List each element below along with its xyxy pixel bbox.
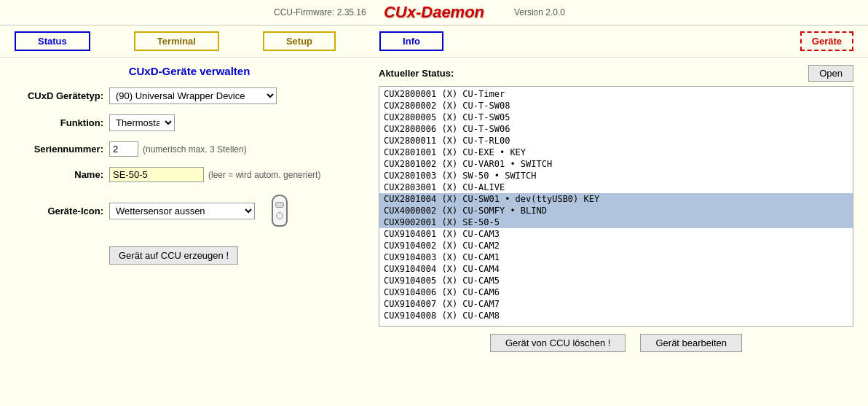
name-row: Name: (leer = wird autom. generiert) <box>15 167 364 182</box>
list-item[interactable]: CUX2800001 (X) CU-Timer <box>379 88 853 100</box>
list-item[interactable]: CUX9104001 (X) CU-CAM3 <box>379 228 853 240</box>
list-item[interactable]: CUX2800002 (X) CU-T-SW08 <box>379 100 853 112</box>
name-input[interactable] <box>109 167 204 182</box>
seriennummer-hint: (numerisch max. 3 Stellen) <box>143 144 247 155</box>
nav-left: Status Terminal Setup Info <box>15 31 443 51</box>
list-item[interactable]: CUX2801002 (X) CU-VAR01 • SWITCH <box>379 158 853 170</box>
main-content: CUxD-Geräte verwalten CUxD Gerätetyp: (9… <box>0 58 868 359</box>
edit-device-button[interactable]: Gerät bearbeiten <box>640 334 742 352</box>
list-item[interactable]: CUX9104008 (X) CU-CAM8 <box>379 310 853 321</box>
seriennummer-label: Seriennummer: <box>15 144 109 155</box>
nav-setup-button[interactable]: Setup <box>263 31 336 51</box>
right-header: Aktueller Status: Open <box>379 65 853 82</box>
nav-bar: Status Terminal Setup Info Geräte <box>0 26 868 58</box>
list-item[interactable]: CUX2801004 (X) CU-SW01 • dev(ttyUSB0) KE… <box>379 193 853 205</box>
aktueller-status-label: Aktueller Status: <box>379 68 454 79</box>
app-logo: CUx-Daemon <box>384 3 484 22</box>
device-list[interactable]: CUX2800001 (X) CU-TimerCUX2800002 (X) CU… <box>379 86 853 327</box>
erzeugen-row: Gerät auf CCU erzeugen ! <box>15 239 364 265</box>
list-item[interactable]: CUX2803001 (X) CU-ALIVE <box>379 181 853 193</box>
list-item[interactable]: CUX2801003 (X) SW-50 • SWITCH <box>379 170 853 181</box>
erzeugen-button[interactable]: Gerät auf CCU erzeugen ! <box>109 246 238 265</box>
delete-device-button[interactable]: Gerät von CCU löschen ! <box>490 334 626 352</box>
list-item[interactable]: CUX9104006 (X) CU-CAM6 <box>379 286 853 298</box>
seriennummer-input[interactable] <box>109 141 138 157</box>
seriennummer-row: Seriennummer: (numerisch max. 3 Stellen) <box>15 141 364 157</box>
device-icon-shape <box>272 195 288 227</box>
funktion-row: Funktion: ThermostatSwitchDimmerSensor <box>15 114 364 131</box>
icon-label: Geräte-Icon: <box>15 206 109 216</box>
nav-terminal-button[interactable]: Terminal <box>134 31 219 51</box>
nav-info-button[interactable]: Info <box>379 31 443 51</box>
list-item[interactable]: CUX2801001 (X) CU-EXE • KEY <box>379 147 853 158</box>
funktion-select[interactable]: ThermostatSwitchDimmerSensor <box>109 114 175 131</box>
list-item[interactable]: CUX9002001 (X) SE-50-5 <box>379 216 853 228</box>
list-item[interactable]: CUX9104004 (X) CU-CAM4 <box>379 263 853 275</box>
right-panel: Aktueller Status: Open CUX2800001 (X) CU… <box>379 65 853 352</box>
icon-select[interactable]: Wettersensor aussenHeizkörperLampeSteckd… <box>109 203 255 219</box>
list-item[interactable]: CUX9104002 (X) CU-CAM2 <box>379 240 853 251</box>
list-item[interactable]: CUX4000002 (X) CU-SOMFY • BLIND <box>379 205 853 216</box>
header: CCU-Firmware: 2.35.16 CUx-Daemon Version… <box>0 0 868 26</box>
name-hint: (leer = wird autom. generiert) <box>208 170 320 180</box>
version-label: Version 2.0.0 <box>514 7 565 17</box>
device-icon-preview <box>267 192 293 229</box>
firmware-label: CCU-Firmware: 2.35.16 <box>274 7 366 17</box>
funktion-label: Funktion: <box>15 117 109 128</box>
list-item[interactable]: CUX2800011 (X) CU-T-RL00 <box>379 135 853 147</box>
nav-status-button[interactable]: Status <box>15 31 90 51</box>
open-button[interactable]: Open <box>808 65 853 82</box>
icon-row: Geräte-Icon: Wettersensor aussenHeizkörp… <box>15 192 364 229</box>
nav-geraete-button[interactable]: Geräte <box>800 31 853 51</box>
list-item[interactable]: CUX9104005 (X) CU-CAM5 <box>379 275 853 286</box>
left-panel: CUxD-Geräte verwalten CUxD Gerätetyp: (9… <box>15 65 364 352</box>
list-item[interactable]: CUX9104003 (X) CU-CAM1 <box>379 251 853 263</box>
bottom-buttons: Gerät von CCU löschen ! Gerät bearbeiten <box>379 334 853 352</box>
geraetetyp-row: CUxD Gerätetyp: (90) Universal Wrapper D… <box>15 87 364 104</box>
page-title: CUxD-Geräte verwalten <box>15 65 364 77</box>
name-label: Name: <box>15 169 109 180</box>
geraetetyp-label: CUxD Gerätetyp: <box>15 90 109 101</box>
list-item[interactable]: CUX2800005 (X) CU-T-SW05 <box>379 112 853 123</box>
list-item[interactable]: CUX2800006 (X) CU-T-SW06 <box>379 123 853 135</box>
geraetetyp-select[interactable]: (90) Universal Wrapper Device(10) HM Dev… <box>109 87 277 104</box>
list-item[interactable]: CUX9104007 (X) CU-CAM7 <box>379 298 853 310</box>
